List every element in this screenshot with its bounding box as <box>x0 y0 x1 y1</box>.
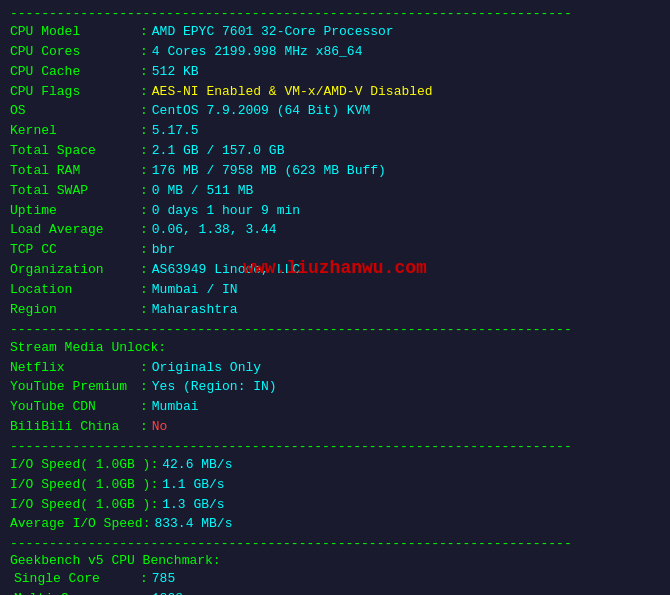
region-row: Region : Maharashtra <box>10 301 660 320</box>
load-avg-value: 0.06, 1.38, 3.44 <box>152 221 277 240</box>
total-space-sep: : <box>140 142 148 161</box>
os-value: CentOS 7.9.2009 (64 Bit) KVM <box>152 102 370 121</box>
total-space-row: Total Space : 2.1 GB / 157.0 GB <box>10 142 660 161</box>
cpu-cache-sep: : <box>140 63 148 82</box>
youtube-cdn-sep: : <box>140 398 148 417</box>
single-core-label: Single Core <box>14 570 140 589</box>
watermark: www.liuzhanwu.com <box>243 258 427 278</box>
avg-io-speed-label: Average I/O Speed <box>10 515 143 534</box>
region-value: Maharashtra <box>152 301 238 320</box>
netflix-sep: : <box>140 359 148 378</box>
netflix-label: Netflix <box>10 359 140 378</box>
uptime-label: Uptime <box>10 202 140 221</box>
top-divider: ----------------------------------------… <box>10 6 660 21</box>
os-row: OS : CentOS 7.9.2009 (64 Bit) KVM <box>10 102 660 121</box>
location-sep: : <box>140 281 148 300</box>
avg-io-speed-value: 833.4 MB/s <box>154 515 232 534</box>
kernel-row: Kernel : 5.17.5 <box>10 122 660 141</box>
cpu-cache-row: CPU Cache : 512 KB <box>10 63 660 82</box>
total-swap-row: Total SWAP : 0 MB / 511 MB <box>10 182 660 201</box>
cpu-cores-sep: : <box>140 43 148 62</box>
uptime-row: Uptime : 0 days 1 hour 9 min <box>10 202 660 221</box>
uptime-sep: : <box>140 202 148 221</box>
io-speed-3-row: I/O Speed( 1.0GB ) : 1.3 GB/s <box>10 496 660 515</box>
io-speed-1-sep: : <box>150 456 158 475</box>
geekbench-section: Geekbench v5 CPU Benchmark: Single Core … <box>10 553 660 595</box>
org-label: Organization <box>10 261 140 280</box>
main-container: ----------------------------------------… <box>0 6 670 595</box>
netflix-value: Originals Only <box>152 359 261 378</box>
cpu-model-sep: : <box>140 23 148 42</box>
netflix-row: Netflix : Originals Only <box>10 359 660 378</box>
io-speed-3-value: 1.3 GB/s <box>162 496 224 515</box>
cpu-flags-value: AES-NI Enabled & VM-x/AMD-V Disabled <box>152 83 433 102</box>
youtube-premium-label: YouTube Premium <box>10 378 140 397</box>
bilibili-label: BiliBili China <box>10 418 140 437</box>
total-space-value: 2.1 GB / 157.0 GB <box>152 142 285 161</box>
total-space-label: Total Space <box>10 142 140 161</box>
location-value: Mumbai / IN <box>152 281 238 300</box>
youtube-cdn-row: YouTube CDN : Mumbai <box>10 398 660 417</box>
geekbench-title: Geekbench v5 CPU Benchmark: <box>10 553 660 568</box>
io-speed-2-row: I/O Speed( 1.0GB ) : 1.1 GB/s <box>10 476 660 495</box>
bilibili-value: No <box>152 418 168 437</box>
tcp-cc-sep: : <box>140 241 148 260</box>
load-avg-sep: : <box>140 221 148 240</box>
os-sep: : <box>140 102 148 121</box>
bilibili-sep: : <box>140 418 148 437</box>
divider-3: ----------------------------------------… <box>10 536 660 551</box>
cpu-cache-value: 512 KB <box>152 63 199 82</box>
io-speed-3-label: I/O Speed( 1.0GB ) <box>10 496 150 515</box>
cpu-flags-sep: : <box>140 83 148 102</box>
multi-core-label: Multi Core <box>14 590 140 595</box>
cpu-model-label: CPU Model <box>10 23 140 42</box>
tcp-cc-value: bbr <box>152 241 175 260</box>
youtube-premium-sep: : <box>140 378 148 397</box>
multi-core-value: 1808 <box>152 590 183 595</box>
youtube-premium-value: Yes (Region: IN) <box>152 378 277 397</box>
location-label: Location <box>10 281 140 300</box>
single-core-sep: : <box>140 570 148 589</box>
kernel-sep: : <box>140 122 148 141</box>
io-speed-1-value: 42.6 MB/s <box>162 456 232 475</box>
youtube-premium-row: YouTube Premium : Yes (Region: IN) <box>10 378 660 397</box>
total-ram-sep: : <box>140 162 148 181</box>
cpu-model-row: CPU Model : AMD EPYC 7601 32-Core Proces… <box>10 23 660 42</box>
total-ram-row: Total RAM : 176 MB / 7958 MB (623 MB Buf… <box>10 162 660 181</box>
io-speed-2-label: I/O Speed( 1.0GB ) <box>10 476 150 495</box>
media-unlock-section: Stream Media Unlock : Netflix : Original… <box>10 339 660 437</box>
io-speed-2-value: 1.1 GB/s <box>162 476 224 495</box>
region-sep: : <box>140 301 148 320</box>
stream-media-sep: : <box>158 339 166 358</box>
multi-core-sep: : <box>140 590 148 595</box>
total-swap-sep: : <box>140 182 148 201</box>
load-avg-label: Load Average <box>10 221 140 240</box>
stream-media-title-row: Stream Media Unlock : <box>10 339 660 358</box>
region-label: Region <box>10 301 140 320</box>
cpu-flags-row: CPU Flags : AES-NI Enabled & VM-x/AMD-V … <box>10 83 660 102</box>
cpu-cores-row: CPU Cores : 4 Cores 2199.998 MHz x86_64 <box>10 43 660 62</box>
youtube-cdn-value: Mumbai <box>152 398 199 417</box>
io-speed-1-label: I/O Speed( 1.0GB ) <box>10 456 150 475</box>
os-label: OS <box>10 102 140 121</box>
tcp-cc-label: TCP CC <box>10 241 140 260</box>
total-swap-label: Total SWAP <box>10 182 140 201</box>
kernel-label: Kernel <box>10 122 140 141</box>
youtube-cdn-label: YouTube CDN <box>10 398 140 417</box>
total-swap-value: 0 MB / 511 MB <box>152 182 253 201</box>
cpu-cores-label: CPU Cores <box>10 43 140 62</box>
io-speed-2-sep: : <box>150 476 158 495</box>
total-ram-label: Total RAM <box>10 162 140 181</box>
avg-io-speed-sep: : <box>143 515 151 534</box>
multi-core-row: Multi Core : 1808 <box>10 590 660 595</box>
uptime-value: 0 days 1 hour 9 min <box>152 202 300 221</box>
io-speed-1-row: I/O Speed( 1.0GB ) : 42.6 MB/s <box>10 456 660 475</box>
kernel-value: 5.17.5 <box>152 122 199 141</box>
bilibili-row: BiliBili China : No <box>10 418 660 437</box>
io-speed-3-sep: : <box>150 496 158 515</box>
single-core-row: Single Core : 785 <box>10 570 660 589</box>
divider-1: ----------------------------------------… <box>10 322 660 337</box>
cpu-flags-label: CPU Flags <box>10 83 140 102</box>
avg-io-speed-row: Average I/O Speed : 833.4 MB/s <box>10 515 660 534</box>
divider-2: ----------------------------------------… <box>10 439 660 454</box>
